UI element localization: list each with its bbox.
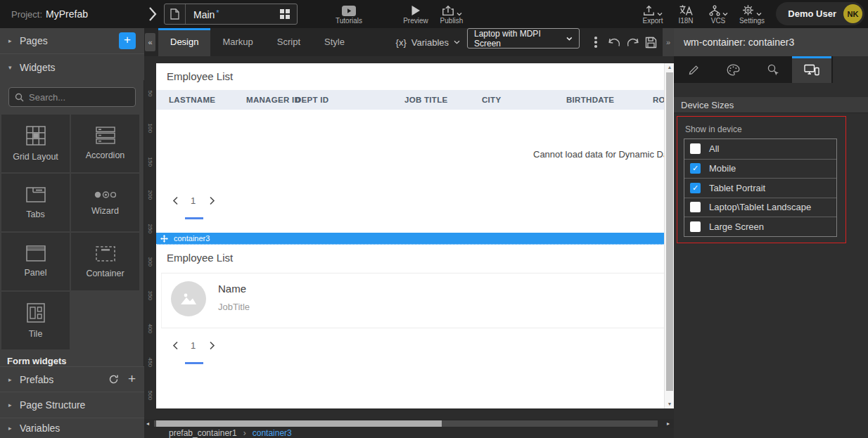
scroll-left-icon[interactable] xyxy=(146,419,149,428)
horizontal-scrollbar[interactable] xyxy=(144,419,674,428)
chevron-right-icon[interactable] xyxy=(148,6,158,22)
sidebar-section-page-structure[interactable]: Page Structure xyxy=(0,392,144,418)
collapse-sidebar-icon[interactable] xyxy=(145,33,155,51)
chevron-down-icon xyxy=(457,12,462,16)
prev-page-icon[interactable] xyxy=(172,341,179,350)
widget-wizard[interactable]: Wizard xyxy=(71,174,139,231)
user-menu[interactable]: Demo User NK xyxy=(776,2,864,25)
active-page-underline xyxy=(185,217,203,219)
undo-icon xyxy=(608,37,621,48)
vcs-button[interactable]: VCS xyxy=(702,0,734,28)
active-page-underline xyxy=(185,362,203,364)
list-item[interactable] xyxy=(161,273,664,328)
breadcrumb-item[interactable]: prefab_container1 xyxy=(169,428,237,438)
add-prefab-button[interactable] xyxy=(128,373,136,385)
pages-grid-icon[interactable] xyxy=(273,9,297,19)
sidebar-section-widgets[interactable]: Widgets xyxy=(0,54,144,80)
translate-icon xyxy=(679,4,693,16)
column-header[interactable]: JOB TITLE xyxy=(404,96,447,104)
device-row-tablet-portrait[interactable]: Tablet Portrait xyxy=(684,178,836,198)
next-page-icon[interactable] xyxy=(209,196,215,205)
scrollbar-thumb[interactable] xyxy=(666,72,673,391)
scrollbar-track[interactable] xyxy=(154,420,658,427)
section-device-sizes[interactable]: Device Sizes xyxy=(674,97,868,113)
selected-container-bar[interactable]: container3 xyxy=(156,233,664,245)
scroll-down-icon[interactable] xyxy=(665,400,675,408)
more-options-button[interactable] xyxy=(587,28,605,56)
tab-styles[interactable] xyxy=(713,56,753,83)
image-placeholder[interactable] xyxy=(171,281,206,316)
widget-tabs[interactable]: Tabs xyxy=(1,174,70,231)
checkbox[interactable] xyxy=(690,183,701,193)
prev-page-icon[interactable] xyxy=(172,196,179,205)
tab-design[interactable]: Design xyxy=(158,28,210,56)
list-item-subtitle: JobTitle xyxy=(218,302,250,312)
checkbox[interactable] xyxy=(690,221,701,232)
column-header[interactable]: RO xyxy=(653,96,664,104)
table-pagination: 1 xyxy=(167,194,230,225)
refresh-icon[interactable] xyxy=(108,374,119,385)
tab-style[interactable]: Style xyxy=(312,28,357,56)
sidebar-section-pages[interactable]: Pages xyxy=(0,28,144,54)
expand-panel-icon[interactable] xyxy=(663,28,674,56)
settings-button[interactable]: Settings xyxy=(733,0,771,28)
widget-grid-layout[interactable]: Grid Layout xyxy=(1,115,70,172)
tab-script[interactable]: Script xyxy=(265,28,312,56)
tutorials-button[interactable]: Tutorials xyxy=(329,0,369,28)
search-input[interactable] xyxy=(8,87,136,107)
page-preview[interactable]: Employee List LASTNAME MANAGER ID DEPT I… xyxy=(156,63,664,408)
redo-button[interactable] xyxy=(623,28,642,56)
tab-markup[interactable]: Markup xyxy=(210,28,264,56)
widget-container[interactable]: Container xyxy=(71,233,139,290)
publish-icon xyxy=(442,5,454,16)
page-selector[interactable]: Main* xyxy=(164,4,298,25)
checkbox[interactable] xyxy=(690,143,701,154)
column-header[interactable]: CITY xyxy=(482,96,501,104)
sidebar-section-prefabs[interactable]: Prefabs xyxy=(0,366,144,392)
i18n-button[interactable]: I18N xyxy=(672,0,700,28)
widget-panel[interactable]: Panel xyxy=(1,233,70,290)
design-canvas: 50 100 150 200 250 300 350 400 450 500 E… xyxy=(144,56,674,419)
next-page-icon[interactable] xyxy=(209,341,215,350)
scroll-right-icon[interactable] xyxy=(667,419,670,428)
device-row-laptop-tablet-landscape[interactable]: Laptop\Tablet Landscape xyxy=(684,198,836,217)
tab-events[interactable] xyxy=(753,56,792,83)
caret-down-icon xyxy=(8,64,20,71)
breadcrumb-item-active[interactable]: container3 xyxy=(253,428,292,438)
scroll-up-icon[interactable] xyxy=(665,63,675,72)
show-in-device-label: Show in device xyxy=(685,124,742,134)
page-number[interactable]: 1 xyxy=(191,340,196,351)
project-label: Project: xyxy=(11,9,42,20)
vertical-scrollbar[interactable] xyxy=(664,63,674,408)
widget-search xyxy=(8,87,136,107)
column-header[interactable]: LASTNAME xyxy=(169,96,215,104)
add-page-button[interactable] xyxy=(119,32,136,49)
chevron-down-icon xyxy=(722,12,728,16)
device-row-large-screen[interactable]: Large Screen xyxy=(684,217,836,236)
undo-button[interactable] xyxy=(605,28,623,56)
checkbox[interactable] xyxy=(690,202,701,212)
scrollbar-thumb[interactable] xyxy=(156,420,442,427)
tab-device-sizes[interactable] xyxy=(792,56,831,83)
column-header[interactable]: DEPT ID xyxy=(295,96,328,104)
widgets-label: Widgets xyxy=(20,62,56,73)
widget-accordion[interactable]: Accordion xyxy=(71,115,139,172)
export-button[interactable]: Export xyxy=(635,0,670,28)
preview-button[interactable]: Preview xyxy=(398,0,433,28)
widget-tile[interactable]: Tile xyxy=(1,292,70,349)
sidebar-section-variables[interactable]: Variables xyxy=(0,418,144,438)
column-header[interactable]: BIRTHDATE xyxy=(566,96,614,104)
chevron-right-icon xyxy=(243,428,246,438)
checkbox[interactable] xyxy=(690,163,701,174)
save-button[interactable] xyxy=(642,28,660,56)
page-number[interactable]: 1 xyxy=(191,195,196,206)
table-error-message: Cannot load data for Dynamic Data xyxy=(533,149,664,160)
widgets-sidebar: Pages Widgets Grid Layout Accordion Tabs… xyxy=(0,28,144,438)
variables-dropdown[interactable]: {x} Variables xyxy=(396,28,460,56)
device-row-mobile[interactable]: Mobile xyxy=(684,159,836,179)
device-select[interactable]: Laptop with MDPI Screen xyxy=(467,28,580,49)
device-row-all[interactable]: All xyxy=(684,139,836,159)
tab-properties[interactable] xyxy=(674,56,713,83)
column-header[interactable]: MANAGER ID xyxy=(246,96,300,104)
publish-button[interactable]: Publish xyxy=(432,0,471,28)
